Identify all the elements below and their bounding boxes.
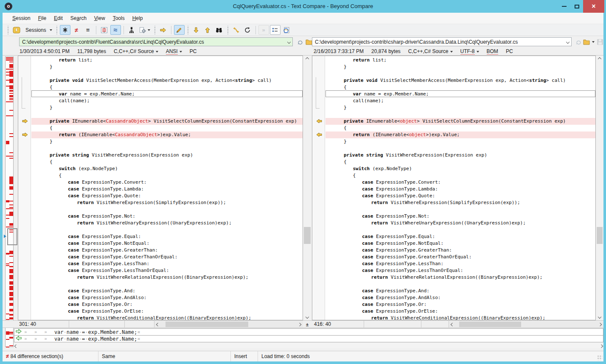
code-line[interactable]: private IEnumerable<object> VisitSelectC… [325, 118, 595, 125]
code-line[interactable]: case ExpressionType.NotEqual: [325, 240, 595, 247]
code-line[interactable]: { [31, 172, 303, 179]
scroll-left-button[interactable] [15, 343, 17, 349]
right-code-pane[interactable]: return list;}private void VisitSelectMem… [312, 56, 596, 320]
code-line[interactable]: case ExpressionType.Or: [31, 301, 303, 308]
code-line[interactable]: call(name); [325, 98, 595, 104]
code-line[interactable]: case ExpressionType.Lambda: [31, 186, 303, 193]
right-reload-button[interactable] [574, 38, 583, 46]
code-line[interactable]: { [325, 125, 595, 132]
difference-map[interactable] [5, 56, 14, 347]
code-line[interactable] [325, 111, 595, 118]
code-line[interactable]: return (IEnumerable<object>)exp.Value; [325, 132, 595, 138]
code-line[interactable]: private string VisitWhereExpression(Expr… [325, 152, 595, 159]
left-path-dropdown[interactable] [285, 38, 292, 46]
menu-view[interactable]: View [90, 14, 109, 23]
code-line[interactable]: case ExpressionType.OrElse: [31, 308, 303, 315]
code-line[interactable]: } [31, 138, 303, 145]
scroll-right-button[interactable] [597, 321, 603, 328]
code-line[interactable]: case ExpressionType.LessThanOrEqual: [31, 267, 303, 274]
scroll-left-button[interactable] [154, 321, 161, 328]
code-line[interactable]: var name = exp.Member.Name; [325, 91, 595, 98]
format-button[interactable] [138, 25, 152, 35]
code-line[interactable]: private string VisitWhereExpression(Expr… [31, 152, 303, 159]
code-line[interactable]: case ExpressionType.GreaterThanOrEqual: [325, 254, 595, 260]
swap-button[interactable] [231, 25, 241, 35]
right-line-detail[interactable]: »»»var·name·=·exp.Member.Name;¤ [14, 335, 603, 342]
next-difference-button[interactable] [191, 25, 202, 35]
scroll-right-button[interactable] [296, 321, 303, 328]
report-button[interactable] [270, 25, 281, 35]
right-save-button[interactable] [596, 38, 604, 46]
left-reload-button[interactable] [296, 38, 304, 46]
rules-button[interactable] [126, 25, 137, 35]
right-vertical-scrollbar[interactable] [596, 56, 603, 320]
scroll-left-button[interactable] [449, 321, 456, 328]
menu-edit[interactable]: Edit [50, 14, 67, 23]
code-line[interactable]: } [31, 64, 303, 70]
expand-button[interactable]: » [258, 25, 269, 35]
right-path-dropdown[interactable] [564, 38, 571, 46]
code-line[interactable]: return list; [325, 57, 595, 64]
code-line[interactable]: case ExpressionType.AndAlso: [325, 294, 595, 301]
left-code-layer[interactable]: return list;}private void VisitSelectMem… [31, 56, 303, 320]
left-encoding-dropdown[interactable]: ANSI [166, 48, 182, 55]
left-line-detail[interactable]: »»»var·name·=·exp.Member.Name;¤ [14, 328, 603, 336]
right-open-button[interactable] [582, 38, 595, 46]
code-line[interactable]: return VisitWhereUnaryExpression((UnaryE… [325, 220, 595, 227]
code-line[interactable]: var name = exp.Member.Name; [31, 91, 303, 98]
copy-left-gutter-arrow-icon[interactable] [316, 132, 322, 137]
show-same-button[interactable]: = [83, 25, 93, 35]
previous-difference-button[interactable] [202, 25, 213, 35]
left-horizontal-scrollbar[interactable] [154, 321, 303, 328]
code-line[interactable]: case ExpressionType.Not: [31, 213, 303, 220]
code-line[interactable]: case ExpressionType.AndAlso: [31, 294, 303, 301]
left-path-combobox[interactable]: C:\development\projects-contrib\FluentCa… [19, 37, 293, 46]
browser-button[interactable] [281, 25, 292, 35]
code-line[interactable]: case ExpressionType.Lambda: [325, 186, 595, 193]
left-code-pane[interactable]: return list;}private void VisitSelectMem… [18, 56, 303, 320]
copy-right-gutter-arrow-icon[interactable] [22, 132, 28, 137]
code-line[interactable]: { [31, 159, 303, 165]
copy-to-right-button[interactable] [158, 25, 168, 35]
code-line[interactable]: case ExpressionType.Or: [325, 301, 595, 308]
scroll-up-button[interactable] [596, 56, 603, 62]
code-line[interactable] [31, 70, 303, 77]
menu-help[interactable]: Help [129, 14, 147, 23]
code-line[interactable]: return VisitWhereExpression(SimplifyExpr… [31, 199, 303, 206]
code-line[interactable]: } [325, 138, 595, 145]
code-line[interactable]: return VisitWhereRelationalExpression((B… [325, 274, 595, 281]
menu-file[interactable]: File [34, 14, 50, 23]
right-hscroll-thumb[interactable] [459, 322, 521, 327]
code-line[interactable]: case ExpressionType.NotEqual: [31, 240, 303, 247]
code-line[interactable]: private void VisitSelectMemberAccess(Mem… [31, 77, 303, 84]
code-line[interactable]: } [31, 104, 303, 111]
copy-right-gutter-arrow-icon[interactable] [22, 119, 28, 123]
code-line[interactable]: { [31, 125, 303, 132]
scroll-down-button[interactable] [303, 314, 311, 320]
code-line[interactable]: case ExpressionType.GreaterThan: [31, 247, 303, 254]
code-line[interactable] [31, 145, 303, 152]
code-line[interactable]: case ExpressionType.LessThan: [31, 260, 303, 267]
code-line[interactable]: return (IEnumerable<CassandraObject>)exp… [31, 132, 303, 138]
right-encoding-dropdown[interactable]: UTF-8 [460, 48, 479, 55]
code-line[interactable]: } [325, 64, 595, 70]
scroll-right-button[interactable] [600, 343, 603, 349]
code-line[interactable]: call(name); [31, 98, 303, 104]
code-line[interactable]: return list; [31, 57, 303, 64]
code-line[interactable]: case ExpressionType.GreaterThan: [325, 247, 595, 254]
code-line[interactable]: return VisitWhereExpression(SimplifyExpr… [325, 199, 595, 206]
left-vertical-scrollbar[interactable] [303, 56, 311, 320]
ignore-unimportant-button[interactable]: ≈ [110, 25, 121, 35]
copy-left-gutter-arrow-icon[interactable] [316, 119, 322, 123]
detail-horizontal-scrollbar[interactable] [14, 342, 603, 348]
menu-search[interactable]: Search [67, 14, 90, 23]
code-line[interactable]: } [325, 104, 595, 111]
code-line[interactable] [31, 111, 303, 118]
code-line[interactable]: case ExpressionType.Quote: [31, 193, 303, 199]
code-line[interactable]: private void VisitSelectMemberAccess(Mem… [325, 77, 595, 84]
align-button[interactable]: ± [304, 322, 311, 328]
home-button[interactable] [11, 25, 22, 35]
find-button[interactable] [214, 25, 224, 35]
code-line[interactable] [31, 206, 303, 213]
code-line[interactable]: return VisitWhereConditionalExpression((… [31, 315, 303, 320]
